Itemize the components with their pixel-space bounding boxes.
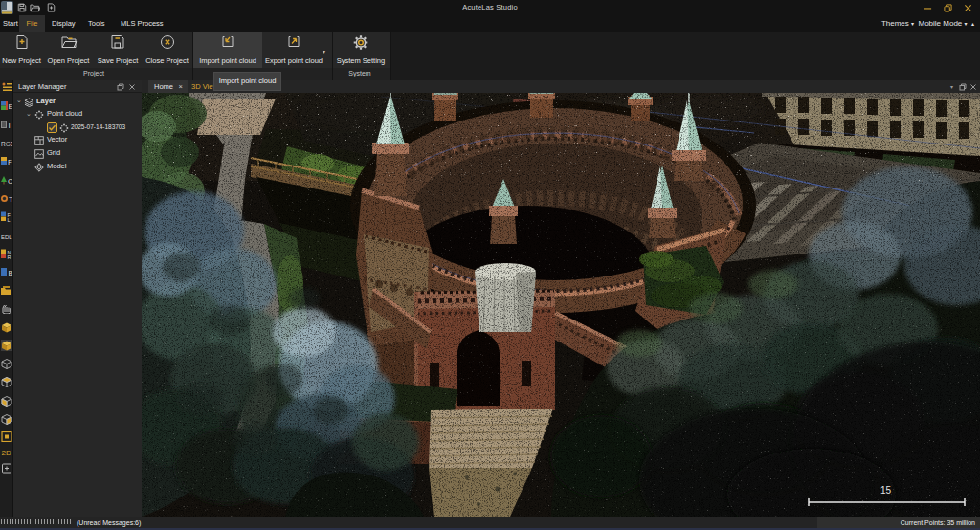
svg-text:F: F — [8, 158, 12, 166]
svg-text:T: T — [9, 195, 12, 204]
svg-text:B: B — [9, 269, 13, 277]
svg-text:L: L — [8, 216, 11, 222]
svg-text:C: C — [8, 177, 12, 186]
svg-text:I: I — [9, 121, 11, 130]
svg-text:RGB: RGB — [1, 140, 12, 146]
svg-text:R: R — [8, 254, 11, 259]
svg-text:15: 15 — [880, 485, 892, 496]
svg-text:2D: 2D — [2, 449, 11, 457]
svg-text:EDL: EDL — [1, 233, 12, 239]
svg-text:E: E — [9, 102, 13, 111]
